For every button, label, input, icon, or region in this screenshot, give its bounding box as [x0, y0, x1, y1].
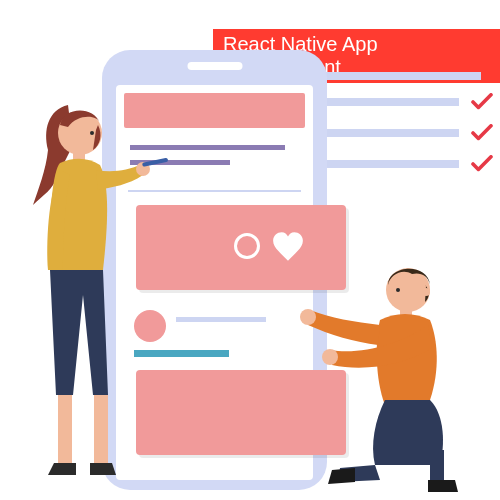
check-icon: [471, 124, 493, 142]
svg-point-12: [322, 349, 338, 365]
check-icon: [471, 155, 493, 173]
woman-illustration: [18, 95, 168, 495]
checklist-row: [303, 72, 493, 80]
svg-point-1: [90, 131, 94, 135]
checklist: [303, 72, 493, 186]
checklist-row: [303, 124, 493, 142]
checklist-row: [303, 155, 493, 173]
man-illustration: [280, 250, 480, 500]
svg-rect-4: [142, 158, 168, 167]
phone-notch: [187, 62, 242, 70]
check-icon: [471, 93, 493, 111]
checklist-row: [303, 93, 493, 111]
text-line: [176, 317, 266, 322]
checklist-line: [303, 72, 481, 80]
svg-point-9: [396, 288, 400, 292]
svg-rect-6: [94, 395, 108, 465]
svg-rect-13: [430, 450, 444, 485]
circle-icon: [234, 233, 260, 259]
illustration-scene: React Native App Development: [0, 0, 500, 500]
svg-point-11: [300, 309, 316, 325]
svg-rect-5: [58, 395, 72, 465]
svg-point-8: [422, 288, 430, 296]
